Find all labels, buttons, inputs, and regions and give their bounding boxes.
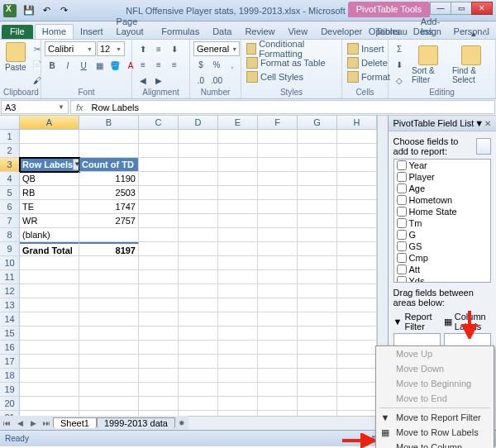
cell[interactable] bbox=[218, 172, 258, 186]
field-checkbox[interactable] bbox=[397, 183, 407, 193]
row-header[interactable]: 10 bbox=[0, 256, 20, 270]
align-right[interactable]: ≡ bbox=[167, 57, 182, 72]
cell[interactable] bbox=[79, 228, 139, 242]
cell[interactable] bbox=[179, 383, 218, 397]
row-header[interactable]: 2 bbox=[0, 144, 20, 158]
cell[interactable] bbox=[179, 144, 218, 158]
cell[interactable] bbox=[337, 284, 377, 298]
cell[interactable] bbox=[20, 326, 79, 341]
cell[interactable] bbox=[139, 397, 179, 411]
cell[interactable] bbox=[139, 130, 179, 144]
cell[interactable] bbox=[79, 355, 139, 369]
field-checkbox[interactable] bbox=[397, 265, 407, 274]
cell[interactable]: 2503 bbox=[79, 186, 139, 200]
cell[interactable] bbox=[337, 270, 377, 284]
sheet-nav-first[interactable]: ⏮ bbox=[0, 419, 13, 427]
align-top[interactable]: ⬆ bbox=[136, 41, 150, 56]
cell-styles-button[interactable]: Cell Styles bbox=[245, 69, 305, 83]
cells-format-button[interactable]: Format bbox=[346, 69, 392, 83]
field-checkbox[interactable] bbox=[397, 241, 407, 251]
cell[interactable]: 2757 bbox=[79, 214, 139, 228]
field-item[interactable]: Age bbox=[394, 183, 490, 194]
cell[interactable] bbox=[337, 242, 377, 256]
field-item[interactable]: Hometown bbox=[394, 194, 490, 206]
cell[interactable] bbox=[179, 298, 218, 312]
cell[interactable] bbox=[337, 200, 377, 214]
cell[interactable] bbox=[258, 228, 298, 242]
cell[interactable] bbox=[139, 186, 179, 200]
cell[interactable] bbox=[337, 144, 377, 158]
cell[interactable] bbox=[79, 369, 139, 383]
cell[interactable] bbox=[179, 411, 218, 416]
cell[interactable] bbox=[218, 130, 258, 144]
cell[interactable] bbox=[337, 312, 377, 326]
align-middle[interactable]: ≡ bbox=[151, 41, 166, 56]
row-header[interactable]: 12 bbox=[0, 284, 20, 298]
cell[interactable] bbox=[218, 355, 258, 369]
sheet-tab-other[interactable]: 1999-2013 data bbox=[97, 417, 175, 428]
cell[interactable] bbox=[258, 341, 298, 355]
cell[interactable] bbox=[179, 214, 218, 228]
col-header-b[interactable]: B bbox=[79, 116, 139, 129]
bold-button[interactable]: B bbox=[45, 58, 60, 73]
field-checkbox[interactable] bbox=[397, 172, 407, 182]
cell[interactable] bbox=[258, 158, 298, 172]
cell[interactable] bbox=[79, 326, 139, 341]
cell[interactable] bbox=[298, 228, 337, 242]
cell[interactable] bbox=[20, 397, 79, 411]
cell[interactable] bbox=[258, 397, 298, 411]
cell[interactable] bbox=[298, 284, 337, 298]
cell[interactable] bbox=[79, 341, 139, 355]
field-checkbox[interactable] bbox=[397, 195, 407, 205]
clear-button[interactable]: ◇ bbox=[392, 73, 407, 88]
cell[interactable] bbox=[139, 411, 179, 416]
cell[interactable] bbox=[139, 369, 179, 383]
cell[interactable] bbox=[298, 411, 337, 416]
cell[interactable] bbox=[258, 256, 298, 270]
col-header-a[interactable]: A bbox=[20, 116, 79, 129]
cell[interactable] bbox=[218, 397, 258, 411]
cell[interactable] bbox=[179, 186, 218, 200]
cell[interactable] bbox=[337, 186, 377, 200]
cell[interactable] bbox=[218, 144, 258, 158]
field-checkbox[interactable] bbox=[397, 276, 407, 283]
cell[interactable] bbox=[218, 200, 258, 214]
row-header[interactable]: 15 bbox=[0, 326, 20, 341]
cell[interactable] bbox=[258, 312, 298, 326]
cell[interactable] bbox=[298, 298, 337, 312]
cell[interactable] bbox=[218, 214, 258, 228]
row-header[interactable]: 17 bbox=[0, 355, 20, 369]
cell[interactable] bbox=[79, 312, 139, 326]
row-header[interactable]: 7 bbox=[0, 214, 20, 228]
row-header[interactable]: 5 bbox=[0, 186, 20, 200]
cell[interactable] bbox=[20, 284, 79, 298]
row-header[interactable]: 19 bbox=[0, 383, 20, 397]
cell[interactable] bbox=[179, 242, 218, 256]
cell[interactable]: Count of TD bbox=[79, 158, 139, 172]
cell[interactable] bbox=[20, 144, 79, 158]
cell[interactable] bbox=[218, 326, 258, 341]
cells-delete-button[interactable]: Delete bbox=[346, 55, 389, 69]
tab-home[interactable]: Home bbox=[35, 24, 74, 39]
row-header[interactable]: 8 bbox=[0, 228, 20, 242]
cell[interactable] bbox=[298, 326, 337, 341]
cell[interactable] bbox=[337, 228, 377, 242]
conditional-formatting-button[interactable]: Conditional Formatting bbox=[245, 41, 338, 55]
row-header[interactable]: 18 bbox=[0, 369, 20, 383]
pane-close-icon[interactable]: ✕ bbox=[484, 119, 491, 128]
chevron-down-icon[interactable]: ▼ bbox=[475, 118, 484, 128]
field-item[interactable]: G bbox=[394, 229, 490, 241]
cell[interactable] bbox=[218, 158, 258, 172]
col-header-h[interactable]: H bbox=[337, 116, 377, 129]
cell[interactable] bbox=[298, 158, 337, 172]
cell[interactable] bbox=[139, 242, 179, 256]
field-list[interactable]: YearPlayerAgeHometownHome StateTmGGSCmpA… bbox=[393, 159, 491, 283]
cell[interactable] bbox=[79, 383, 139, 397]
cell[interactable] bbox=[337, 158, 377, 172]
row-header[interactable]: 11 bbox=[0, 270, 20, 284]
decrease-indent[interactable]: ◀ bbox=[136, 73, 150, 88]
field-item[interactable]: Cmp bbox=[394, 252, 490, 264]
menu-move-to-cols[interactable]: ▦Move to Column Labels bbox=[376, 440, 494, 448]
horizontal-scrollbar[interactable] bbox=[188, 416, 377, 430]
field-checkbox[interactable] bbox=[397, 253, 407, 263]
